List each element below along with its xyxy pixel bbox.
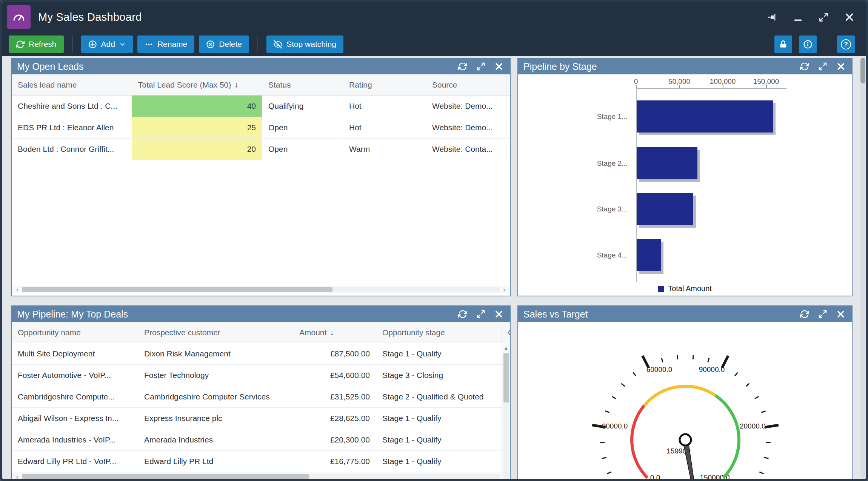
gauge-tick-label: 90000.0: [699, 365, 725, 373]
x-axis-line: [636, 88, 786, 89]
panel-close-icon[interactable]: [494, 62, 504, 71]
delete-label: Delete: [219, 40, 242, 49]
refresh-label: Refresh: [29, 40, 57, 49]
cell-opportunity-name: Foster Automotive - VoIP...: [12, 365, 138, 386]
column-header-source[interactable]: Source: [426, 74, 506, 95]
cell-lead-name: Cheshire and Sons Ltd : C...: [12, 96, 132, 117]
minimize-icon[interactable]: [791, 11, 804, 23]
column-header-status[interactable]: Status: [262, 74, 343, 95]
scroll-right-icon[interactable]: ›: [500, 286, 509, 293]
panel-header[interactable]: Sales vs Target: [518, 306, 852, 322]
table-row[interactable]: Abigail Wilson - Express In... Express I…: [12, 408, 510, 429]
ellipsis-icon: [145, 40, 153, 49]
column-header-opportunity-stage[interactable]: Opportunity stage: [376, 322, 502, 343]
gauge-chart: 0.0 30000.0 60000.0 90000.0 120000.0 150…: [518, 322, 852, 479]
refresh-icon: [16, 40, 25, 49]
plus-circle-icon: [88, 40, 97, 49]
panel-close-icon[interactable]: [836, 309, 846, 319]
window-controls: [766, 11, 861, 23]
panel-expand-icon[interactable]: [818, 309, 828, 319]
rename-label: Rename: [157, 40, 187, 49]
scrollbar-thumb[interactable]: [503, 353, 509, 402]
table-row[interactable]: Amerada Industries - VoIP... Amerada Ind…: [12, 429, 510, 451]
panel-close-icon[interactable]: [836, 62, 846, 71]
gauge-tick-label: 0.0: [650, 473, 660, 479]
column-header-prospective-customer[interactable]: Prospective customer: [138, 322, 293, 343]
table-row[interactable]: Boden Ltd : Connor Griffit... 20 Open Wa…: [12, 139, 510, 160]
chevron-down-icon: [119, 41, 126, 48]
sort-desc-icon: ↓: [330, 328, 334, 337]
cell-rating: Hot: [343, 117, 426, 138]
stop-watching-button[interactable]: Stop watching: [266, 35, 343, 53]
cell-status: Open: [262, 117, 343, 138]
scroll-left-icon[interactable]: ‹: [13, 473, 22, 479]
table-row[interactable]: Cambridgeshire Compute... Cambridgeshire…: [12, 386, 510, 408]
pin-icon[interactable]: [766, 11, 779, 23]
cell-stage: Stage 1 - Qualify: [376, 451, 502, 472]
panel-header[interactable]: My Open Leads: [12, 59, 510, 74]
table-row[interactable]: Foster Automotive - VoIP... Foster Techn…: [12, 365, 510, 386]
scrollbar-track[interactable]: [22, 287, 500, 292]
legend-label: Total Amount: [668, 284, 712, 293]
scroll-left-icon[interactable]: ‹: [13, 286, 22, 293]
app-window: My Sales Dashboard Refresh Add Rename De…: [0, 0, 868, 481]
add-label: Add: [101, 40, 115, 49]
panel-close-icon[interactable]: [494, 309, 504, 319]
table-row[interactable]: Cheshire and Sons Ltd : C... 40 Qualifyi…: [12, 96, 510, 117]
panel-refresh-icon[interactable]: [800, 62, 810, 71]
delete-button[interactable]: Delete: [199, 35, 249, 53]
scrollbar-thumb[interactable]: [22, 474, 309, 479]
add-button[interactable]: Add: [81, 35, 133, 53]
column-header-truncated[interactable]: C...: [502, 322, 510, 343]
maximize-icon[interactable]: [817, 11, 830, 23]
cell-amount: £28,625.00: [293, 408, 376, 429]
panel-title: Sales vs Target: [523, 309, 800, 320]
lock-button[interactable]: [774, 35, 792, 53]
column-header-amount[interactable]: Amount ↓: [293, 322, 376, 343]
cell-lead-score: 20: [132, 139, 262, 160]
scroll-up-icon[interactable]: ▲: [504, 344, 509, 353]
cell-customer: Dixon Risk Management: [138, 343, 293, 364]
horizontal-scrollbar[interactable]: ‹ ›: [13, 286, 509, 293]
panel-header[interactable]: My Pipeline: My Top Deals: [12, 306, 510, 322]
column-header-rating[interactable]: Rating: [343, 74, 426, 95]
table-row[interactable]: EDS PR Ltd : Eleanor Allen 25 Open Hot W…: [12, 117, 510, 139]
table-row[interactable]: Multi Site Deployment Dixon Risk Managem…: [12, 343, 510, 365]
bar-stage-2[interactable]: [637, 147, 697, 179]
bar-stage-1[interactable]: [637, 100, 773, 133]
gauge-tick-label: 60000.0: [646, 365, 673, 373]
cell-status: Qualifying: [262, 96, 343, 117]
panel-refresh-icon[interactable]: [458, 309, 468, 319]
bar-stage-3[interactable]: [637, 193, 693, 225]
refresh-button[interactable]: Refresh: [9, 35, 64, 53]
cell-lead-name: EDS PR Ltd : Eleanor Allen: [12, 117, 132, 138]
panel-refresh-icon[interactable]: [458, 62, 468, 71]
cell-rating: Warm: [343, 139, 426, 160]
cell-opportunity-name: Cambridgeshire Compute...: [12, 386, 138, 407]
info-button[interactable]: [799, 35, 817, 53]
panel-header[interactable]: Pipeline by Stage: [518, 59, 852, 74]
horizontal-scrollbar[interactable]: ‹ ›: [13, 472, 509, 479]
window-scrollbar[interactable]: [860, 58, 865, 478]
bar-stage-4[interactable]: [637, 239, 661, 271]
dashboard-app-icon: [7, 5, 31, 29]
help-button[interactable]: ?: [837, 35, 855, 53]
table-row[interactable]: Edward Lilly PR Ltd - VoIP... Edward Lil…: [12, 451, 510, 472]
column-header-total-lead-score[interactable]: Total Lead Score (Max 50) ↓: [132, 74, 262, 95]
cell-opportunity-name: Amerada Industries - VoIP...: [12, 429, 138, 450]
column-header-sales-lead-name[interactable]: Sales lead name: [12, 74, 132, 95]
column-header-opportunity-name[interactable]: Opportunity name: [12, 322, 138, 343]
window-scrollbar-thumb[interactable]: [860, 58, 865, 83]
panel-expand-icon[interactable]: [818, 62, 828, 71]
vertical-scrollbar[interactable]: ▲: [502, 344, 510, 479]
panel-refresh-icon[interactable]: [800, 309, 810, 319]
scrollbar-track[interactable]: [503, 353, 509, 479]
x-axis-tick-label: 0: [634, 77, 638, 86]
scrollbar-thumb[interactable]: [22, 287, 332, 292]
cell-opportunity-name: Abigail Wilson - Express In...: [12, 408, 138, 429]
close-icon[interactable]: [843, 11, 856, 23]
panel-expand-icon[interactable]: [476, 62, 486, 71]
panel-expand-icon[interactable]: [476, 309, 486, 319]
scrollbar-track[interactable]: [22, 474, 500, 479]
rename-button[interactable]: Rename: [137, 35, 194, 53]
